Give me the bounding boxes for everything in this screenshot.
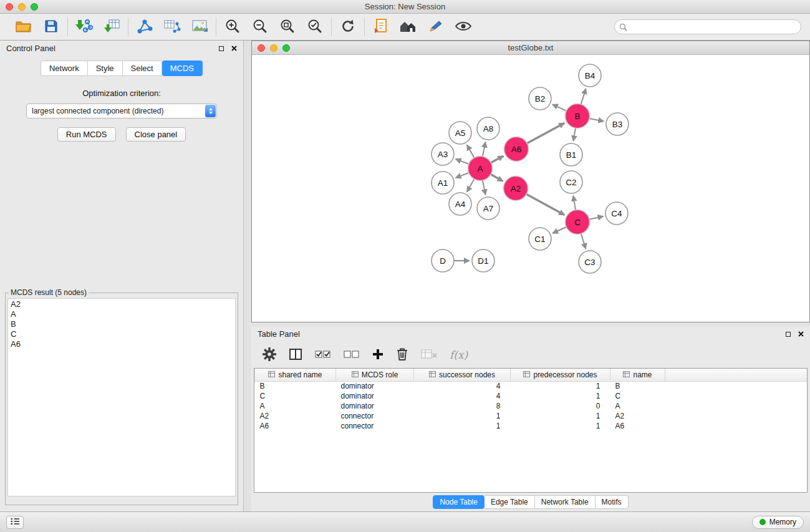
add-column-button[interactable] — [372, 346, 383, 364]
optimization-criterion-select[interactable]: largest connected component (directed) — [26, 104, 217, 118]
edge-A-A3[interactable] — [456, 159, 469, 164]
table-cell[interactable]: 4 — [414, 391, 511, 401]
network-graph[interactable]: B4B2BB3A5A8A6B1A3AC2A1A2A4A7C4CC1C3DD1 — [252, 55, 809, 322]
table-cell[interactable]: dominator — [336, 401, 414, 411]
column-header-MCDS-role[interactable]: MCDS role — [336, 369, 414, 381]
tab-style[interactable]: Style — [88, 60, 123, 76]
close-panel-button[interactable]: Close panel — [126, 127, 186, 142]
tab-motifs[interactable]: Motifs — [595, 495, 629, 509]
select-all-button[interactable] — [315, 346, 331, 364]
table-cell[interactable]: 1 — [414, 411, 511, 421]
show-hide-details-button[interactable] — [453, 17, 473, 37]
table-cell[interactable]: B — [610, 381, 665, 391]
deselect-all-button[interactable] — [344, 346, 360, 364]
node-C2[interactable]: C2 — [560, 171, 582, 193]
table-cell[interactable]: A2 — [610, 411, 665, 421]
node-B1[interactable]: B1 — [560, 143, 582, 166]
close-panel-icon[interactable] — [231, 46, 237, 51]
apply-layout-button[interactable] — [338, 17, 358, 37]
node-A[interactable]: A — [468, 157, 493, 181]
import-table-button[interactable] — [102, 17, 122, 37]
node-A7[interactable]: A7 — [477, 197, 499, 220]
tab-network-table[interactable]: Network Table — [535, 495, 595, 509]
mcds-result-list[interactable]: A2ABCA6 — [7, 298, 236, 496]
tab-select[interactable]: Select — [123, 60, 162, 76]
first-neighbors-button[interactable] — [371, 17, 391, 37]
table-cell[interactable]: A — [610, 401, 665, 411]
node-B3[interactable]: B3 — [606, 113, 629, 135]
edge-A6-B[interactable] — [527, 123, 564, 143]
save-session-button[interactable] — [41, 17, 61, 37]
table-cell[interactable]: A6 — [255, 421, 336, 431]
table-cell[interactable]: 1 — [414, 421, 511, 431]
new-network-button[interactable] — [135, 17, 155, 37]
node-C[interactable]: C — [566, 210, 590, 235]
table-row[interactable]: Adominator80A — [255, 401, 808, 411]
open-session-button[interactable] — [14, 17, 34, 37]
node-A3[interactable]: A3 — [432, 143, 454, 165]
tab-node-table[interactable]: Node Table — [433, 495, 485, 509]
node-C1[interactable]: C1 — [529, 228, 551, 250]
tab-edge-table[interactable]: Edge Table — [485, 495, 535, 509]
edge-B-B2[interactable] — [552, 104, 566, 111]
node-A4[interactable]: A4 — [449, 193, 471, 215]
table-cell[interactable]: 1 — [511, 421, 610, 431]
edge-A-A6[interactable] — [491, 156, 503, 163]
tab-mcds[interactable]: MCDS — [162, 60, 203, 76]
node-A2[interactable]: A2 — [504, 177, 528, 201]
home-views-button[interactable] — [398, 17, 418, 37]
zoom-selected-button[interactable] — [305, 17, 325, 37]
zoom-fit-button[interactable] — [277, 17, 297, 37]
table-cell[interactable]: 1 — [511, 391, 610, 401]
table-cell[interactable]: A2 — [255, 411, 336, 421]
edge-C-C1[interactable] — [552, 227, 566, 233]
tab-network[interactable]: Network — [41, 60, 88, 76]
edge-A-A1[interactable] — [456, 173, 469, 178]
mcds-result-item[interactable]: A2 — [11, 299, 233, 309]
network-canvas[interactable]: B4B2BB3A5A8A6B1A3AC2A1A2A4A7C4CC1C3DD1 — [252, 55, 809, 322]
zoom-in-button[interactable] — [223, 17, 243, 37]
table-row[interactable]: Bdominator41B — [255, 381, 808, 391]
table-cell[interactable]: dominator — [336, 381, 414, 391]
node-A1[interactable]: A1 — [432, 172, 454, 194]
edge-A-A7[interactable] — [483, 180, 486, 195]
node-C3[interactable]: C3 — [579, 251, 601, 273]
edge-A-A8[interactable] — [483, 142, 486, 157]
node-D[interactable]: D — [432, 249, 454, 272]
edge-A-A5[interactable] — [467, 145, 475, 158]
edge-C-C4[interactable] — [589, 216, 604, 220]
node-A8[interactable]: A8 — [477, 117, 499, 140]
table-cell[interactable]: C — [255, 391, 336, 401]
table-cell[interactable]: connector — [336, 421, 414, 431]
node-A5[interactable]: A5 — [449, 122, 471, 144]
delete-column-button[interactable] — [396, 346, 408, 364]
table-cell[interactable]: 8 — [414, 401, 511, 411]
column-header-successor-nodes[interactable]: successor nodes — [414, 369, 511, 381]
task-history-button[interactable] — [6, 516, 24, 529]
minimize-window-button[interactable] — [18, 3, 26, 11]
table-cell[interactable]: A6 — [610, 421, 665, 431]
close-window-button[interactable] — [6, 3, 13, 11]
mcds-result-item[interactable]: C — [11, 329, 233, 339]
table-cell[interactable]: 0 — [511, 401, 610, 411]
mcds-result-item[interactable]: B — [11, 319, 233, 329]
edge-B-B1[interactable] — [574, 128, 576, 141]
node-A6[interactable]: A6 — [504, 137, 529, 162]
column-header-predecessor-nodes[interactable]: predecessor nodes — [511, 369, 610, 381]
node-B[interactable]: B — [566, 104, 590, 128]
table-row[interactable]: Cdominator41C — [255, 391, 808, 401]
float-table-panel-icon[interactable] — [786, 332, 791, 337]
network-close-button[interactable] — [258, 44, 265, 52]
export-image-button[interactable] — [190, 17, 210, 37]
function-builder-button[interactable]: f(x) — [450, 346, 468, 364]
float-panel-icon[interactable] — [219, 46, 224, 51]
edge-A2-C[interactable] — [526, 194, 564, 215]
network-from-table-button[interactable] — [162, 17, 182, 37]
edge-A-A2[interactable] — [491, 175, 503, 181]
column-header-shared-name[interactable]: shared name — [255, 369, 336, 381]
node-B2[interactable]: B2 — [529, 87, 551, 110]
node-B4[interactable]: B4 — [579, 64, 601, 87]
mcds-result-item[interactable]: A — [11, 309, 233, 319]
table-row[interactable]: A2connector11A2 — [255, 411, 808, 421]
edge-B-B3[interactable] — [589, 118, 604, 122]
